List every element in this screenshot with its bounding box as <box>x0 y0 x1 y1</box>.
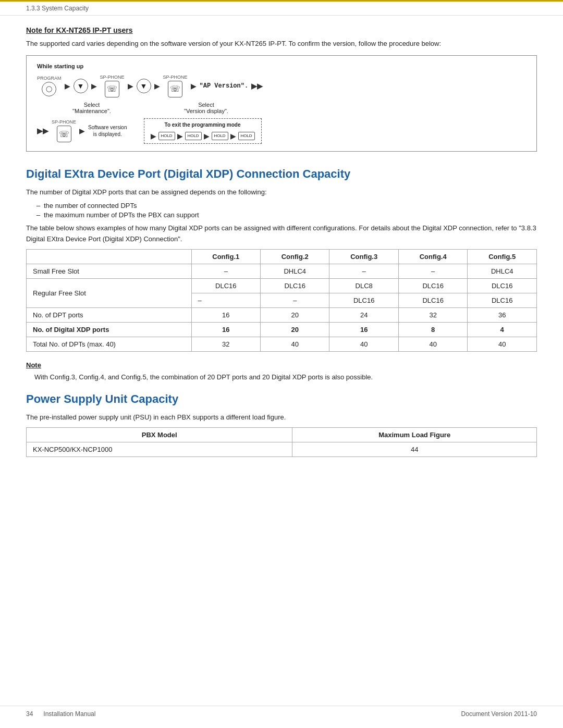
row-dpt-c2: 20 <box>261 307 329 322</box>
arrow3: ▶ <box>128 82 133 90</box>
double-arrow1: ▶▶ <box>251 82 263 90</box>
row-xdp-c1: 16 <box>191 322 260 337</box>
row-rfs2-c2: – <box>261 293 329 307</box>
table-row-rfs-1: Regular Free Slot DLC16 DLC16 DLC8 DLC16… <box>27 278 537 293</box>
psu-section: Power Supply Unit Capacity The pre-insta… <box>26 392 537 457</box>
sp-phone3-icon: ☏ <box>57 126 71 142</box>
row-rfs1-c4: DLC16 <box>398 278 467 293</box>
main-content: Note for KX-NT265 IP-PT users The suppor… <box>0 16 563 498</box>
psu-title: Power Supply Unit Capacity <box>26 392 537 406</box>
sp-phone1-label: SP-PHONE <box>100 75 125 80</box>
hold-btn4: HOLD <box>238 132 255 140</box>
row-rfs2-c3: DLC16 <box>329 293 398 307</box>
row-sfs-c1: – <box>191 264 260 278</box>
digital-xdp-bullets: the number of connected DPTs the maximum… <box>36 202 537 219</box>
sp-phone3-group: SP-PHONE ☏ <box>52 119 76 142</box>
sp-phone2-group: SP-PHONE ☏ <box>163 75 188 97</box>
digital-xdp-desc1: The number of Digital XDP ports that can… <box>26 187 537 198</box>
digital-xdp-desc2: The table below shows examples of how ma… <box>26 223 537 245</box>
row-total-c1: 32 <box>191 337 260 351</box>
digital-xdp-section: Digital EXtra Device Port (Digital XDP) … <box>26 167 537 382</box>
row-dpt-c3: 24 <box>329 307 398 322</box>
table-row-dpt-ports: No. of DPT ports 16 20 24 32 36 <box>27 307 537 322</box>
sp-phone2-icon: ☏ <box>168 81 182 97</box>
double-arrow2: ▶▶ <box>37 127 48 135</box>
hold-label4: HOLD <box>240 133 252 138</box>
table-row-xdp-ports: No. of Digital XDP ports 16 20 16 8 4 <box>27 322 537 337</box>
row-sfs-c5: DHLC4 <box>468 264 537 278</box>
down-arrow-icon: ▼ <box>74 79 88 93</box>
note-text-after-table: With Config.3, Config.4, and Config.5, t… <box>34 372 537 382</box>
table-row-small-free-slot: Small Free Slot – DHLC4 – – DHLC4 <box>27 264 537 278</box>
col-header-4: Config.4 <box>398 249 467 264</box>
row-xdp-c2: 20 <box>261 322 329 337</box>
psu-col-header-0: PBX Model <box>27 428 292 442</box>
row-total-c4: 40 <box>398 337 467 351</box>
row-xdp-c5: 4 <box>468 322 537 337</box>
psu-value: 44 <box>292 442 537 457</box>
row-total-c5: 40 <box>468 337 537 351</box>
page-number: 34 <box>26 710 33 718</box>
psu-table-row: KX-NCP500/KX-NCP1000 44 <box>27 442 537 457</box>
sw-version-text: Software version is displayed. <box>88 124 127 138</box>
psu-table-header-row: PBX Model Maximum Load Figure <box>27 428 537 442</box>
section-label: 1.3.3 System Capacity <box>26 5 89 12</box>
psu-table: PBX Model Maximum Load Figure KX-NCP500/… <box>26 427 537 457</box>
sp-phone1-group: SP-PHONE ☏ <box>100 75 125 97</box>
footer-left: 34 Installation Manual <box>26 710 95 718</box>
kx-note-section: Note for KX-NT265 IP-PT users The suppor… <box>26 26 537 152</box>
diagram-row-1: PROGRAM ◯ ▶ ▼ ▶ SP-PHONE <box>37 75 526 97</box>
col-header-2: Config.2 <box>261 249 329 264</box>
footer-right-label: Document Version 2011-10 <box>461 710 537 718</box>
hold-btn3: HOLD <box>212 132 228 140</box>
sw-version-label: Software version <box>88 125 127 130</box>
top-bar: 1.3.3 System Capacity <box>0 0 563 16</box>
table-row-total-dpts: Total No. of DPTs (max. 40) 32 40 40 40 … <box>27 337 537 351</box>
hold-label1: HOLD <box>161 133 172 138</box>
row-total-c2: 40 <box>261 337 329 351</box>
sp-phone2-label: SP-PHONE <box>163 75 188 80</box>
psu-description: The pre-installed power supply unit (PSU… <box>26 412 537 423</box>
select2-label: Select <box>198 102 214 108</box>
row-label-rfs: Regular Free Slot <box>27 278 192 307</box>
digital-xdp-title: Digital EXtra Device Port (Digital XDP) … <box>26 167 537 181</box>
select1-sub: "Maintenance". <box>72 108 111 114</box>
row-label-total: Total No. of DPTs (max. 40) <box>27 337 192 351</box>
note-label: Note <box>26 361 537 369</box>
hold-btn2: HOLD <box>185 132 202 140</box>
row-rfs2-c5: DLC16 <box>468 293 537 307</box>
row-dpt-c1: 16 <box>191 307 260 322</box>
psu-model: KX-NCP500/KX-NCP1000 <box>27 442 292 457</box>
hold-row: ▶ HOLD ▶ HOLD ▶ HOLD <box>151 132 255 140</box>
row-rfs2-c4: DLC16 <box>398 293 467 307</box>
page-footer: 34 Installation Manual Document Version … <box>0 706 563 718</box>
is-displayed-label: is displayed. <box>93 131 122 137</box>
exit-title: To exit the programming mode <box>151 122 255 128</box>
psu-col-header-1: Maximum Load Figure <box>292 428 537 442</box>
diagram-row-2: ▶▶ SP-PHONE ☏ ▶ Software version is disp… <box>37 118 526 144</box>
ap-version-text: "AP Version". <box>200 82 249 90</box>
row-sfs-c2: DHLC4 <box>261 264 329 278</box>
row-label-sfs: Small Free Slot <box>27 264 192 278</box>
col-header-5: Config.5 <box>468 249 537 264</box>
page-container: 1.3.3 System Capacity Note for KX-NT265 … <box>0 0 563 728</box>
row-rfs1-c2: DLC16 <box>261 278 329 293</box>
bullet-item-1: the number of connected DPTs <box>36 202 537 209</box>
col-header-3: Config.3 <box>329 249 398 264</box>
col-header-1: Config.1 <box>191 249 260 264</box>
diagram-title: While starting up <box>37 63 526 69</box>
arrow6: ▶ <box>79 127 85 135</box>
sp-phone3-label: SP-PHONE <box>52 119 76 125</box>
row-total-c3: 40 <box>329 337 398 351</box>
kx-note-text: The supported card varies depending on t… <box>26 39 537 49</box>
select1-label: Select <box>84 102 100 108</box>
row-rfs2-c1: – <box>191 293 260 307</box>
xdp-table: Config.1 Config.2 Config.3 Config.4 Conf… <box>26 249 537 352</box>
arrow1: ▶ <box>65 82 70 90</box>
row-dpt-c5: 36 <box>468 307 537 322</box>
hold-label3: HOLD <box>214 133 225 138</box>
row-label-dpt: No. of DPT ports <box>27 307 192 322</box>
row-dpt-c4: 32 <box>398 307 467 322</box>
program-icon-group: PROGRAM ◯ <box>37 76 62 96</box>
arrow2: ▶ <box>91 82 97 90</box>
